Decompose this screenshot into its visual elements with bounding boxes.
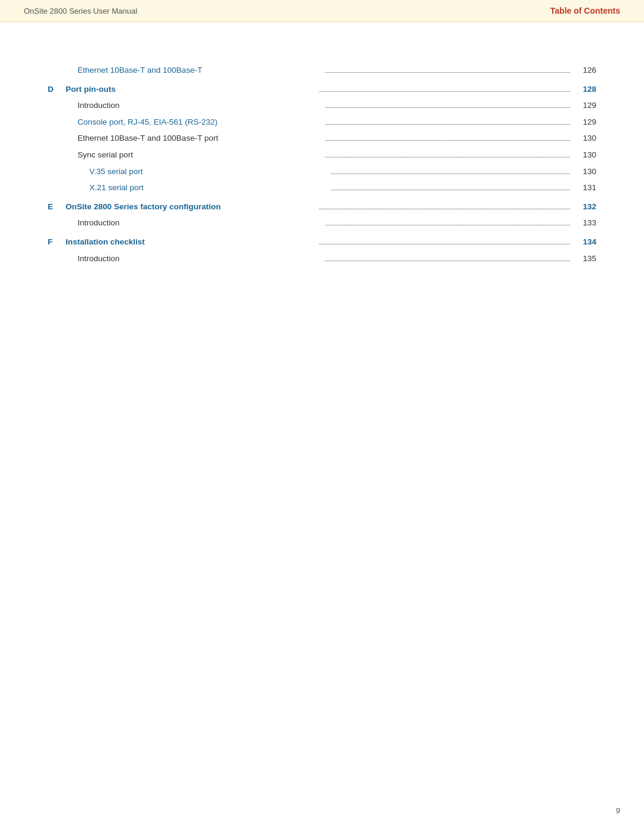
toc-text-intro-e[interactable]: Introduction — [66, 216, 323, 230]
content-area: Ethernet 10Base-T and 100Base-T126DPort … — [0, 22, 644, 316]
toc-text-intro-d[interactable]: Introduction — [66, 99, 323, 112]
toc-entry-intro-f: Introduction135 — [48, 252, 596, 265]
toc-page-v35-serial: 130 — [572, 165, 596, 178]
toc-text-x21-serial[interactable]: X.21 serial port — [66, 181, 329, 194]
header-title-left: OnSite 2800 Series User Manual — [24, 7, 137, 16]
toc-text-onsite-factory[interactable]: OnSite 2800 Series factory configuration — [66, 200, 317, 213]
toc-entry-ethernet-port: Ethernet 10Base-T and 100Base-T port130 — [48, 132, 596, 145]
toc-entry-intro-e: Introduction133 — [48, 216, 596, 230]
toc-dots-ethernet-top — [325, 72, 570, 73]
toc-dots-intro-f — [325, 261, 570, 261]
toc-letter-install-checklist: F — [48, 236, 66, 249]
toc-dots-console-port — [325, 124, 570, 125]
toc-entry-install-checklist: FInstallation checklist134 — [48, 236, 596, 249]
toc-entry-ethernet-top: Ethernet 10Base-T and 100Base-T126 — [48, 64, 596, 77]
header-bar: OnSite 2800 Series User Manual Table of … — [0, 0, 644, 22]
toc-letter-port-pinouts: D — [48, 83, 66, 96]
toc-text-console-port[interactable]: Console port, RJ-45, EIA-561 (RS-232) — [66, 116, 323, 129]
toc-dots-install-checklist — [319, 244, 570, 244]
toc-text-sync-serial[interactable]: Sync serial port — [66, 148, 323, 162]
toc-dots-intro-e — [325, 225, 570, 225]
toc-text-ethernet-top[interactable]: Ethernet 10Base-T and 100Base-T — [66, 64, 323, 77]
toc-dots-intro-d — [325, 107, 570, 108]
toc-text-v35-serial[interactable]: V.35 serial port — [66, 165, 329, 178]
toc-text-install-checklist[interactable]: Installation checklist — [66, 236, 317, 249]
toc-text-intro-f[interactable]: Introduction — [66, 252, 323, 265]
toc-entry-intro-d: Introduction129 — [48, 99, 596, 112]
toc-entry-console-port: Console port, RJ-45, EIA-561 (RS-232)129 — [48, 116, 596, 129]
toc-text-port-pinouts[interactable]: Port pin-outs — [66, 83, 317, 96]
toc-letter-onsite-factory: E — [48, 200, 66, 213]
toc-page-intro-e: 133 — [572, 216, 596, 230]
toc-entry-onsite-factory: EOnSite 2800 Series factory configuratio… — [48, 200, 596, 213]
toc-page-ethernet-port: 130 — [572, 132, 596, 145]
toc-text-ethernet-port[interactable]: Ethernet 10Base-T and 100Base-T port — [66, 132, 323, 145]
toc-page-port-pinouts: 128 — [572, 83, 596, 96]
toc-list: Ethernet 10Base-T and 100Base-T126DPort … — [48, 64, 596, 265]
toc-page-onsite-factory: 132 — [572, 200, 596, 213]
toc-page-intro-d: 129 — [572, 99, 596, 112]
toc-entry-port-pinouts: DPort pin-outs128 — [48, 83, 596, 96]
header-title-right: Table of Contents — [550, 6, 620, 16]
toc-dots-onsite-factory — [319, 209, 570, 209]
toc-page-ethernet-top: 126 — [572, 64, 596, 77]
toc-page-x21-serial: 131 — [572, 181, 596, 194]
toc-dots-ethernet-port — [325, 140, 570, 141]
toc-page-intro-f: 135 — [572, 252, 596, 265]
page-number: 9 — [616, 806, 620, 815]
toc-entry-x21-serial: X.21 serial port131 — [48, 181, 596, 194]
toc-page-sync-serial: 130 — [572, 148, 596, 162]
toc-page-install-checklist: 134 — [572, 236, 596, 249]
toc-dots-sync-serial — [325, 157, 570, 157]
toc-page-console-port: 129 — [572, 116, 596, 129]
toc-entry-sync-serial: Sync serial port130 — [48, 148, 596, 162]
toc-dots-v35-serial — [331, 174, 570, 174]
toc-dots-x21-serial — [331, 190, 570, 190]
toc-entry-v35-serial: V.35 serial port130 — [48, 165, 596, 178]
toc-dots-port-pinouts — [319, 91, 570, 92]
